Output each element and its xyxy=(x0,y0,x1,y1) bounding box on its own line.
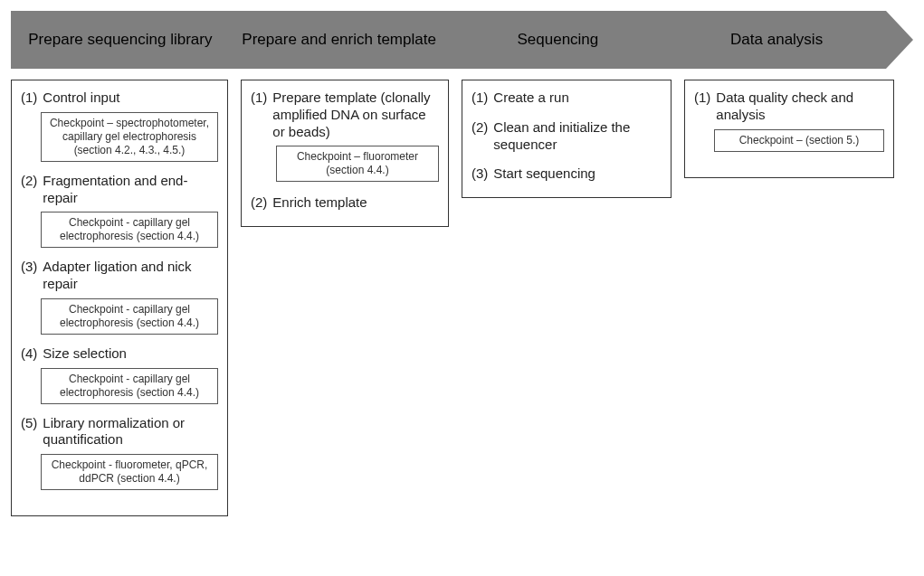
step: (1) Data quality check and analysis xyxy=(694,90,884,124)
step-number: (1) xyxy=(251,90,267,140)
step: (2) Enrich template xyxy=(251,194,439,212)
step-number: (1) xyxy=(694,90,710,124)
phase-header-2: Prepare and enrich template xyxy=(230,11,449,69)
phase-header-3: Sequencing xyxy=(449,11,668,69)
step-number: (1) xyxy=(472,90,488,107)
checkpoint-box: Checkpoint – fluorometer (section 4.4.) xyxy=(276,146,439,182)
step: (5) Library normalization or quantificat… xyxy=(21,415,218,449)
step-number: (2) xyxy=(21,173,37,207)
phase-title: Data analysis xyxy=(730,31,823,49)
column-prepare-template: (1) Prepare template (clonally amplified… xyxy=(241,80,449,227)
checkpoint-box: Checkpoint - capillary gel electrophores… xyxy=(41,298,218,335)
step-number: (3) xyxy=(472,165,488,183)
arrow-body: Prepare sequencing library Prepare and e… xyxy=(11,11,886,69)
column-sequencing: (1) Create a run (2) Clean and initializ… xyxy=(462,80,672,198)
step-text: Adapter ligation and nick repair xyxy=(43,259,218,293)
step-number: (3) xyxy=(21,259,37,293)
phase-title: Prepare and enrich template xyxy=(242,31,436,49)
checkpoint-box: Checkpoint – spectrophotometer, capillar… xyxy=(41,112,218,162)
columns-wrap: (1) Control input Checkpoint – spectroph… xyxy=(11,80,913,516)
step-text: Start sequencing xyxy=(493,165,662,183)
checkpoint-box: Checkpoint – (section 5.) xyxy=(714,129,884,152)
step-number: (4) xyxy=(21,345,37,363)
step-text: Prepare template (clonally amplified DNA… xyxy=(272,90,439,140)
step-text: Fragmentation and end-repair xyxy=(43,173,218,207)
step-text: Library normalization or quantification xyxy=(43,415,218,449)
phase-header-4: Data analysis xyxy=(667,11,886,69)
step: (3) Start sequencing xyxy=(472,165,662,183)
checkpoint-box: Checkpoint - fluorometer, qPCR, ddPCR (s… xyxy=(41,454,218,490)
phase-title: Sequencing xyxy=(517,31,598,49)
step: (2) Clean and initialize the sequencer xyxy=(472,119,662,154)
step: (4) Size selection xyxy=(21,345,218,363)
column-prepare-library: (1) Control input Checkpoint – spectroph… xyxy=(11,80,228,516)
phase-header-1: Prepare sequencing library xyxy=(11,11,230,69)
checkpoint-box: Checkpoint - capillary gel electrophores… xyxy=(41,368,218,404)
step: (1) Control input xyxy=(21,90,218,107)
phase-title: Prepare sequencing library xyxy=(28,31,212,49)
step-number: (2) xyxy=(251,194,267,212)
step-text: Enrich template xyxy=(272,194,439,212)
step-text: Control input xyxy=(43,90,218,107)
step-text: Clean and initialize the sequencer xyxy=(493,119,662,154)
checkpoint-box: Checkpoint - capillary gel electrophores… xyxy=(41,212,218,248)
step-number: (2) xyxy=(472,119,488,154)
workflow-arrow: Prepare sequencing library Prepare and e… xyxy=(11,11,913,69)
step: (2) Fragmentation and end-repair xyxy=(21,173,218,207)
column-data-analysis: (1) Data quality check and analysis Chec… xyxy=(684,80,894,178)
step-text: Create a run xyxy=(493,90,662,107)
step: (1) Prepare template (clonally amplified… xyxy=(251,90,439,140)
step-text: Data quality check and analysis xyxy=(716,90,884,124)
step: (3) Adapter ligation and nick repair xyxy=(21,259,218,293)
step-text: Size selection xyxy=(43,345,218,363)
step: (1) Create a run xyxy=(472,90,662,107)
step-number: (1) xyxy=(21,90,37,107)
step-number: (5) xyxy=(21,415,37,449)
arrow-head-icon xyxy=(886,11,913,69)
